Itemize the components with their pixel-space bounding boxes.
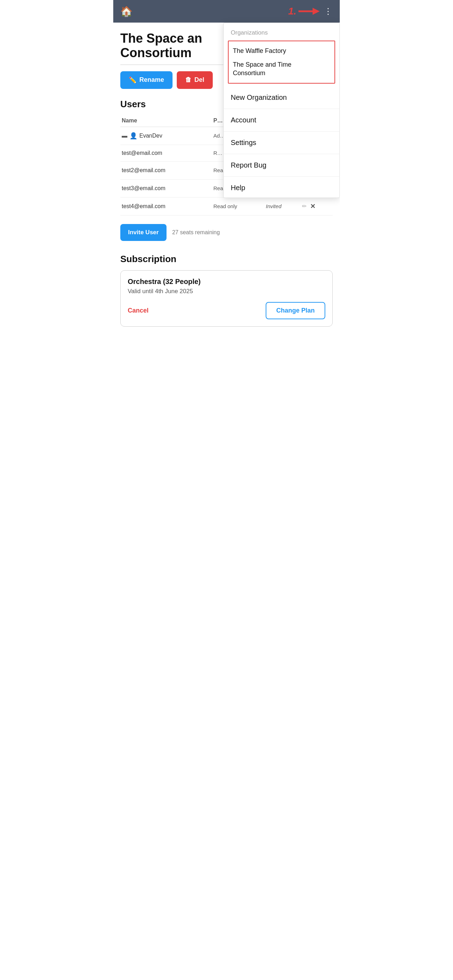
dropdown-account[interactable]: Account (224, 110, 339, 130)
step-1-label: 1. (288, 6, 296, 17)
user-actions-cell: ✏ ✕ (300, 197, 333, 216)
home-icon[interactable]: 🏠 (120, 6, 133, 17)
card-icon: ▬ (122, 133, 127, 139)
dropdown-divider-2 (224, 131, 339, 132)
dropdown-org-waffle-factory[interactable]: The Waffle Factory (233, 44, 330, 58)
table-row: test4@email.com Read only Invited ✏ ✕ (120, 197, 333, 216)
subscription-actions: Cancel Change Plan (128, 302, 325, 319)
main-content: The Space anConsortium 2. ✏️ Rename 🗑 De… (113, 22, 340, 347)
dropdown-menu: Organizations The Waffle Factory The Spa… (223, 22, 340, 198)
arrow-icon (299, 6, 319, 17)
dropdown-section-label: Organizations (224, 23, 339, 39)
kebab-menu-icon[interactable]: ⋮ (324, 6, 333, 16)
trash-icon: 🗑 (185, 76, 192, 84)
user-name-cell: ▬ 👤 EvanDev (120, 127, 212, 145)
subscription-title: Subscription (120, 254, 333, 264)
delete-button[interactable]: 🗑 Del (177, 71, 213, 89)
remove-user-icon[interactable]: ✕ (310, 202, 315, 210)
pencil-icon: ✏️ (129, 76, 137, 84)
dropdown-divider-4 (224, 177, 339, 177)
invite-row: Invite User 27 seats remaining (120, 224, 333, 241)
user-name-cell: test3@email.com (120, 180, 212, 197)
person-icon: 👤 (129, 132, 137, 140)
user-name-cell: test@email.com (120, 145, 212, 161)
dropdown-new-org[interactable]: New Organization (224, 88, 339, 107)
dropdown-settings[interactable]: Settings (224, 133, 339, 153)
user-name-cell: test2@email.com (120, 161, 212, 180)
dropdown-org-space-time[interactable]: The Space and TimeConsortium (233, 58, 330, 80)
rename-button[interactable]: ✏️ Rename (120, 71, 173, 89)
app-header: 🏠 1. ⋮ (113, 0, 340, 22)
edit-user-icon[interactable]: ✏ (302, 203, 307, 210)
user-role-cell: Read only (212, 197, 265, 216)
svg-marker-1 (313, 8, 319, 15)
subscription-section: Subscription Orchestra (32 People) Valid… (120, 254, 333, 327)
rename-label: Rename (139, 76, 164, 84)
delete-label: Del (194, 76, 204, 84)
user-name: EvanDev (139, 133, 162, 139)
seats-remaining-text: 27 seats remaining (172, 229, 220, 235)
user-status-cell: Invited (265, 197, 301, 216)
col-name: Name (120, 115, 212, 127)
cancel-subscription-button[interactable]: Cancel (128, 307, 149, 314)
invite-user-button[interactable]: Invite User (120, 224, 167, 241)
user-name-cell: test4@email.com (120, 197, 212, 216)
dropdown-orgs-box: The Waffle Factory The Space and TimeCon… (228, 41, 335, 84)
header-right: 1. ⋮ (288, 6, 333, 17)
dropdown-divider-1 (224, 109, 339, 109)
dropdown-help[interactable]: Help (224, 178, 339, 197)
subscription-card: Orchestra (32 People) Valid until 4th Ju… (120, 270, 333, 327)
dropdown-divider-3 (224, 154, 339, 154)
subscription-valid-until: Valid until 4th June 2025 (128, 288, 325, 295)
dropdown-report-bug[interactable]: Report Bug (224, 156, 339, 175)
subscription-plan: Orchestra (32 People) (128, 278, 325, 286)
annotation-row: 1. (288, 6, 319, 17)
change-plan-button[interactable]: Change Plan (265, 302, 325, 319)
